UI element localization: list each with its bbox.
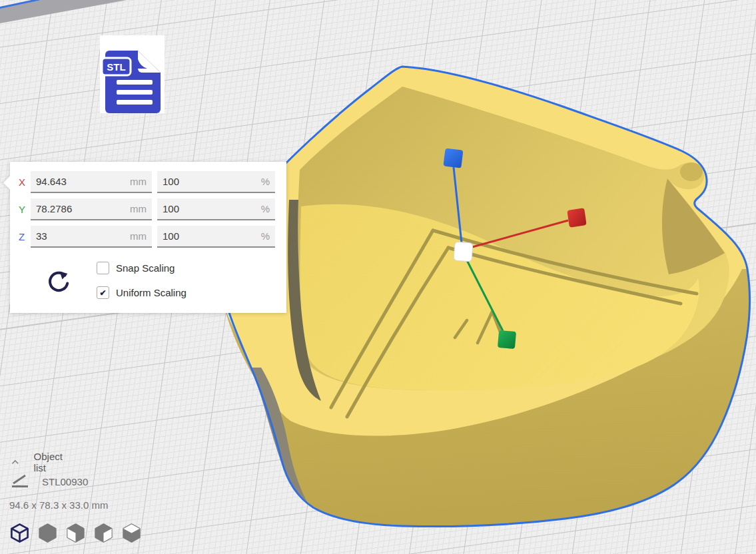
view-left-icon[interactable] — [93, 522, 115, 544]
mm-unit-label: mm — [130, 176, 147, 187]
stl-file-icon: STL — [100, 35, 165, 113]
view-top-icon[interactable] — [65, 522, 87, 544]
scale-z-mm-input[interactable] — [36, 230, 109, 242]
camera-view-toolbar — [9, 522, 149, 544]
scale-handle-z[interactable] — [443, 148, 463, 168]
uniform-scaling-label: Uniform Scaling — [116, 287, 187, 298]
reset-icon[interactable] — [43, 267, 74, 298]
scale-y-mm-input[interactable] — [36, 203, 109, 214]
stl-extension-label: STL — [107, 61, 125, 73]
scale-z-percent-input[interactable] — [163, 230, 236, 242]
object-list-title: Object list — [34, 451, 66, 473]
scale-z-mm-field: mm — [31, 226, 152, 248]
chevron-up-icon — [11, 459, 19, 465]
scale-z-percent-field: % — [157, 226, 275, 248]
scale-y-mm-field: mm — [31, 198, 152, 220]
scale-y-percent-input[interactable] — [163, 203, 236, 214]
scale-row-x: X mm % — [19, 171, 275, 193]
selected-model-dimensions: 94.6 x 78.3 x 33.0 mm — [9, 499, 108, 511]
mm-unit-label: mm — [130, 230, 147, 242]
axis-y-label: Y — [19, 204, 31, 215]
object-name: STL00930 — [42, 476, 88, 487]
view-right-icon[interactable] — [121, 522, 143, 544]
object-list-item[interactable]: STL00930 — [11, 474, 88, 489]
model-item-icon — [11, 474, 29, 489]
scale-handle-x[interactable] — [567, 208, 586, 227]
scale-x-mm-input[interactable] — [36, 176, 109, 187]
view-3d-icon[interactable] — [9, 522, 31, 544]
scale-handle-center[interactable] — [454, 242, 473, 262]
scale-row-y: Y mm % — [19, 198, 275, 220]
scale-y-percent-field: % — [157, 198, 275, 220]
slicer-app: { "viewport": { "description": "3D build… — [0, 0, 756, 554]
scale-tool-panel: X mm % Y mm % Z mm % — [10, 162, 286, 313]
percent-unit-label: % — [261, 203, 270, 214]
snap-scaling-checkbox[interactable] — [97, 262, 109, 274]
scale-x-mm-field: mm — [31, 171, 152, 193]
scale-row-z: Z mm % — [19, 226, 275, 248]
view-front-icon[interactable] — [37, 522, 59, 544]
model-notch-lobe-shade — [680, 162, 703, 181]
checkmark-icon: ✔ — [99, 288, 106, 298]
percent-unit-label: % — [261, 176, 270, 187]
uniform-scaling-checkbox[interactable]: ✔ — [97, 286, 109, 299]
axis-x-label: X — [19, 176, 31, 188]
percent-unit-label: % — [261, 230, 270, 242]
snap-scaling-label: Snap Scaling — [116, 262, 175, 274]
axis-z-label: Z — [19, 231, 31, 242]
object-list-header[interactable]: Object list — [11, 451, 65, 473]
mm-unit-label: mm — [130, 203, 147, 214]
scale-x-percent-field: % — [157, 171, 275, 193]
scale-x-percent-input[interactable] — [163, 176, 236, 187]
scale-handle-y[interactable] — [498, 330, 516, 349]
build-plate-edge — [0, 0, 127, 23]
